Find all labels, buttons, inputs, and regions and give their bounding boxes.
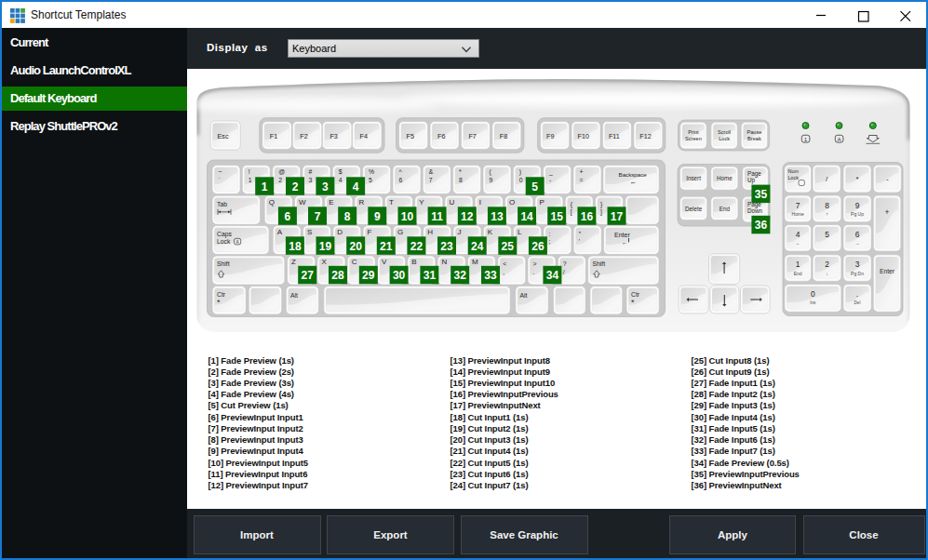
svg-text:/: / [563, 268, 565, 274]
svg-text:F8: F8 [500, 132, 507, 140]
svg-text:F4: F4 [360, 132, 368, 140]
svg-text:9: 9 [490, 176, 493, 182]
svg-text:←: ← [629, 178, 637, 186]
svg-text:P: P [539, 197, 544, 206]
svg-text:Lock: Lock [217, 238, 231, 245]
svg-text:F10: F10 [578, 132, 589, 140]
svg-text:T: T [389, 197, 394, 206]
svg-text:28: 28 [331, 269, 344, 282]
svg-text:Alt: Alt [520, 291, 528, 298]
svg-text:.: . [533, 268, 535, 274]
svg-text:N: N [442, 258, 448, 266]
svg-text:4: 4 [796, 230, 800, 239]
svg-text:31: 31 [424, 269, 437, 282]
svg-text:7: 7 [315, 209, 321, 222]
svg-text:Pg Dn: Pg Dn [851, 270, 864, 275]
svg-text:6: 6 [285, 209, 291, 222]
svg-text:7: 7 [429, 176, 433, 182]
svg-text:2: 2 [292, 180, 299, 193]
svg-text:3: 3 [309, 176, 313, 182]
svg-text:3: 3 [322, 180, 329, 193]
svg-text:L: L [518, 227, 522, 235]
svg-text:12: 12 [461, 209, 474, 222]
svg-text:1: 1 [804, 135, 808, 141]
svg-text:C: C [352, 258, 357, 266]
svg-text:6: 6 [399, 176, 403, 182]
svg-text:15: 15 [551, 209, 564, 222]
svg-text:O: O [509, 197, 515, 206]
svg-text:Ctr: Ctr [217, 290, 226, 297]
svg-text:,: , [503, 268, 504, 274]
svg-text:Lock: Lock [719, 136, 730, 141]
svg-text:*: * [459, 168, 462, 175]
svg-text:19: 19 [319, 239, 332, 252]
svg-text:24: 24 [471, 239, 484, 252]
svg-text:1: 1 [249, 176, 252, 182]
svg-text:18: 18 [289, 239, 302, 252]
svg-text:Home: Home [792, 210, 805, 216]
svg-text:Alt: Alt [290, 291, 298, 298]
svg-text:F11: F11 [609, 132, 620, 140]
svg-text:↑: ↑ [826, 210, 828, 216]
svg-text:End: End [794, 270, 802, 275]
svg-text:*: * [631, 297, 635, 306]
svg-text:Caps: Caps [217, 230, 232, 237]
svg-text:H: H [427, 227, 433, 235]
svg-text:S: S [307, 227, 312, 235]
svg-text:5: 5 [825, 230, 829, 239]
svg-text:?: ? [563, 260, 567, 267]
svg-text:Shift: Shift [593, 260, 606, 267]
svg-text:F3: F3 [330, 132, 337, 140]
svg-text:#: # [309, 168, 313, 175]
svg-text:1: 1 [262, 180, 268, 193]
svg-text:Print: Print [688, 129, 699, 135]
svg-text:+: + [580, 168, 584, 175]
svg-text:': ' [579, 238, 580, 245]
svg-text:!: ! [249, 168, 250, 175]
svg-text:32: 32 [454, 269, 467, 282]
svg-text:*: * [217, 297, 221, 306]
svg-text:Home: Home [717, 175, 733, 181]
svg-text:~: ~ [219, 168, 222, 175]
svg-text:X: X [321, 258, 327, 266]
svg-text:B: B [411, 258, 416, 266]
svg-text::: : [548, 230, 550, 236]
svg-text:M: M [472, 258, 478, 266]
svg-text:J: J [458, 227, 462, 235]
svg-text:8: 8 [459, 176, 463, 182]
svg-text:Shift: Shift [217, 260, 230, 267]
svg-text:35: 35 [755, 188, 768, 201]
svg-text:D: D [337, 227, 343, 235]
svg-text:Z: Z [291, 258, 296, 266]
svg-text:_: _ [548, 168, 553, 176]
svg-text:4: 4 [339, 176, 343, 182]
svg-text:23: 23 [440, 239, 453, 252]
svg-text:F2: F2 [300, 132, 307, 140]
svg-text:21: 21 [380, 239, 393, 252]
svg-text:F6: F6 [437, 132, 445, 140]
svg-text:6: 6 [855, 230, 860, 239]
svg-text:End: End [720, 205, 731, 211]
svg-text:3: 3 [855, 260, 860, 269]
svg-text:←: ← [796, 240, 800, 246]
svg-text:4: 4 [353, 180, 359, 193]
svg-text:→: → [855, 240, 860, 246]
svg-text:W: W [299, 197, 306, 206]
svg-text:-: - [549, 176, 551, 182]
svg-text:Ctr: Ctr [631, 290, 640, 297]
svg-text:Ins: Ins [810, 300, 816, 304]
svg-text:Break: Break [747, 136, 761, 141]
svg-text:33: 33 [484, 269, 497, 282]
svg-text:30: 30 [393, 269, 406, 282]
svg-text:Y: Y [419, 197, 424, 206]
svg-text:22: 22 [410, 239, 424, 252]
svg-text:-: - [886, 175, 889, 183]
svg-text:Scroll: Scroll [718, 129, 731, 135]
svg-text:8: 8 [344, 209, 351, 222]
svg-text:1: 1 [796, 260, 800, 269]
svg-text:11: 11 [431, 209, 443, 222]
svg-text:E: E [329, 197, 333, 206]
svg-text:*: * [855, 175, 858, 183]
svg-text:8: 8 [825, 200, 829, 209]
svg-text:Enter: Enter [880, 267, 895, 273]
